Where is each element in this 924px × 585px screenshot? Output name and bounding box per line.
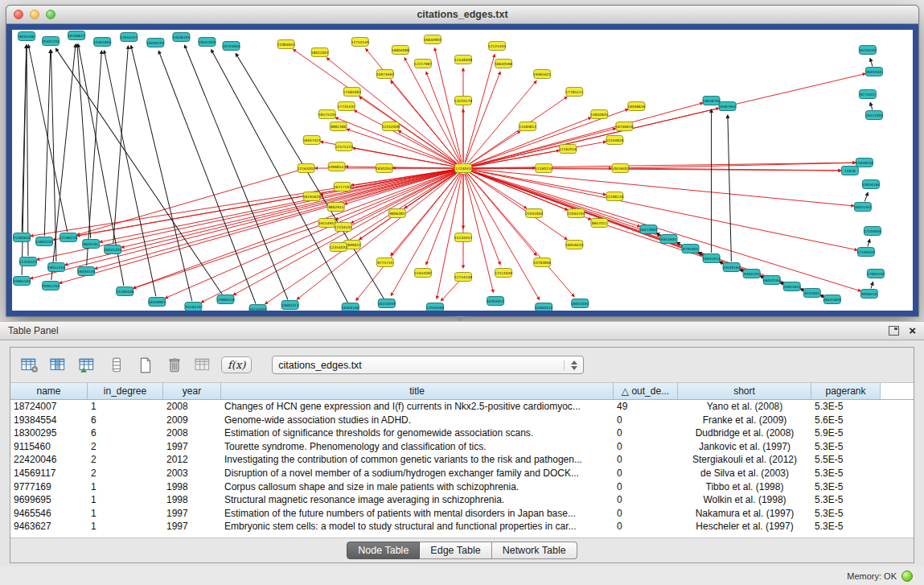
graph-node[interactable]: 17785511: [565, 88, 583, 97]
graph-node[interactable]: 8957011: [591, 219, 608, 228]
graph-node[interactable]: 15963105: [35, 237, 53, 246]
graph-node[interactable]: 22041850: [525, 209, 543, 218]
graph-node[interactable]: 9274401: [859, 90, 876, 99]
column-header-out_degree[interactable]: △ out_de...: [614, 383, 678, 399]
graph-node[interactable]: 17604104: [867, 270, 885, 278]
graph-node[interactable]: 15958: [841, 167, 858, 175]
show-columns-button[interactable]: [47, 355, 69, 375]
graph-node[interactable]: 18041604: [571, 299, 589, 308]
graph-node[interactable]: 10416402: [611, 164, 629, 173]
graph-node[interactable]: 12754148: [454, 273, 472, 282]
graph-node[interactable]: 16216404: [249, 305, 267, 311]
table-row[interactable]: 2242004622012Investigating the contribut…: [10, 453, 914, 467]
graph-node[interactable]: 12326101: [19, 257, 37, 266]
graph-node[interactable]: 18022001: [311, 48, 329, 57]
graph-node[interactable]: 10604313: [281, 301, 299, 310]
table-row[interactable]: 1872400712008Changes of HCN gene express…: [10, 400, 914, 414]
graph-node[interactable]: 17514049: [495, 269, 512, 278]
graph-node[interactable]: 8775710: [376, 258, 393, 267]
graph-node[interactable]: 21260436: [116, 287, 133, 296]
graph-node[interactable]: 12242008: [382, 122, 400, 131]
column-header-short[interactable]: short: [678, 383, 811, 399]
graph-node[interactable]: 12354031: [330, 243, 347, 252]
graph-node[interactable]: 12160214: [535, 164, 552, 173]
graph-node[interactable]: 9906416: [860, 290, 877, 299]
function-builder-button[interactable]: f(x): [221, 356, 252, 373]
column-header-title[interactable]: title: [221, 383, 614, 399]
graph-node[interactable]: 10941641: [783, 282, 801, 291]
column-header-in_degree[interactable]: in_degree: [88, 383, 163, 399]
graph-node[interactable]: 9634508: [18, 32, 35, 41]
graph-node[interactable]: 19648794: [703, 97, 721, 105]
graph-node[interactable]: 16047427: [303, 136, 321, 145]
close-panel-icon[interactable]: ×: [909, 326, 916, 336]
graph-node[interactable]: 10783846: [533, 258, 551, 267]
graph-node[interactable]: 16304912: [487, 297, 504, 306]
graph-node[interactable]: 19041604: [198, 38, 216, 47]
graph-node[interactable]: 12161002: [298, 164, 315, 173]
column-header-name[interactable]: name: [10, 383, 88, 399]
graph-node[interactable]: 15134457: [454, 233, 472, 242]
graph-node[interactable]: 16413404: [865, 111, 883, 120]
graph-node[interactable]: 16046616: [627, 102, 645, 111]
table-row[interactable]: 946362711997Embryonic stem cells: a mode…: [10, 520, 914, 534]
graph-node[interactable]: 10965164: [13, 277, 31, 286]
graph-node[interactable]: 9862915: [327, 203, 344, 212]
graph-node[interactable]: 17731437: [338, 102, 355, 111]
graph-node[interactable]: 16959410: [565, 241, 583, 249]
graph-node[interactable]: 15958104: [856, 159, 873, 167]
table-row[interactable]: 911546021997Tourette syndrome. Phenomeno…: [10, 440, 914, 454]
graph-node[interactable]: 13220178: [454, 97, 472, 105]
table-row[interactable]: 977716911998Corpus callosum shape and si…: [10, 480, 914, 494]
graph-node[interactable]: 19154957: [318, 219, 336, 228]
network-canvas[interactable]: 1724043115484081221798710973493174850831…: [12, 30, 913, 311]
column-header-year[interactable]: year: [163, 383, 221, 399]
column-header-pagerank[interactable]: pagerank: [811, 383, 881, 399]
graph-node[interactable]: 22084603: [277, 40, 295, 49]
graph-node[interactable]: 20402204: [42, 37, 60, 46]
graph-node[interactable]: 15584811: [519, 122, 536, 131]
graph-node[interactable]: 10460413: [535, 303, 552, 311]
graph-node[interactable]: 16487941: [719, 102, 737, 111]
graph-node[interactable]: 16604088: [392, 46, 409, 55]
graph-node[interactable]: 9464104: [743, 270, 760, 278]
new-document-button[interactable]: [134, 355, 156, 375]
graph-node[interactable]: 9341604: [660, 235, 677, 244]
float-panel-icon[interactable]: [889, 326, 899, 336]
graph-node[interactable]: 10834164: [862, 180, 880, 189]
graph-node[interactable]: 16034516: [77, 267, 95, 276]
graph-node[interactable]: 16640904: [424, 35, 441, 44]
import-table-button[interactable]: [76, 355, 98, 375]
graph-node[interactable]: 1724043: [454, 164, 471, 173]
graph-node[interactable]: 16041201: [104, 245, 121, 254]
graph-node[interactable]: 16704104: [859, 46, 877, 55]
graph-node[interactable]: 12104604: [864, 227, 881, 236]
graph-node[interactable]: 16441604: [823, 295, 841, 304]
graph-node[interactable]: 12040560: [426, 303, 444, 311]
tab-node-table[interactable]: Node Table: [347, 542, 420, 559]
graph-node[interactable]: 18575105: [318, 110, 336, 119]
graph-node[interactable]: 12106118: [606, 192, 623, 201]
graph-node[interactable]: 12960416: [217, 295, 235, 304]
graph-node[interactable]: 17234531: [335, 223, 352, 232]
graph-node[interactable]: 8981386: [330, 122, 347, 131]
graph-node[interactable]: 11548408: [454, 56, 472, 64]
network-window-titlebar[interactable]: citations_edges.txt: [6, 6, 918, 24]
table-row[interactable]: 1830029562008Estimation of significance …: [10, 426, 914, 440]
graph-node[interactable]: 20061204: [42, 282, 60, 290]
graph-node[interactable]: 15454092: [414, 269, 432, 278]
graph-node[interactable]: 16473904: [639, 225, 657, 234]
graph-node[interactable]: 9806381: [388, 209, 405, 218]
graph-node[interactable]: 12754149: [351, 38, 369, 47]
graph-node[interactable]: 25260650: [13, 233, 31, 242]
tab-network-table[interactable]: Network Table: [492, 542, 577, 559]
table-disabled-button[interactable]: [192, 355, 214, 375]
graph-node[interactable]: 16043164: [763, 276, 781, 285]
table-body[interactable]: 1872400712008Changes of HCN gene express…: [10, 400, 914, 538]
table-row[interactable]: 1456911722003Disruption of a novel membe…: [10, 467, 914, 480]
table-row[interactable]: 946554611997Estimation of the future num…: [10, 507, 914, 521]
graph-node[interactable]: 9245041: [803, 289, 820, 298]
table-settings-button[interactable]: [18, 355, 40, 375]
graph-node[interactable]: 16046204: [146, 39, 164, 47]
graph-node[interactable]: 12125404: [488, 42, 506, 51]
